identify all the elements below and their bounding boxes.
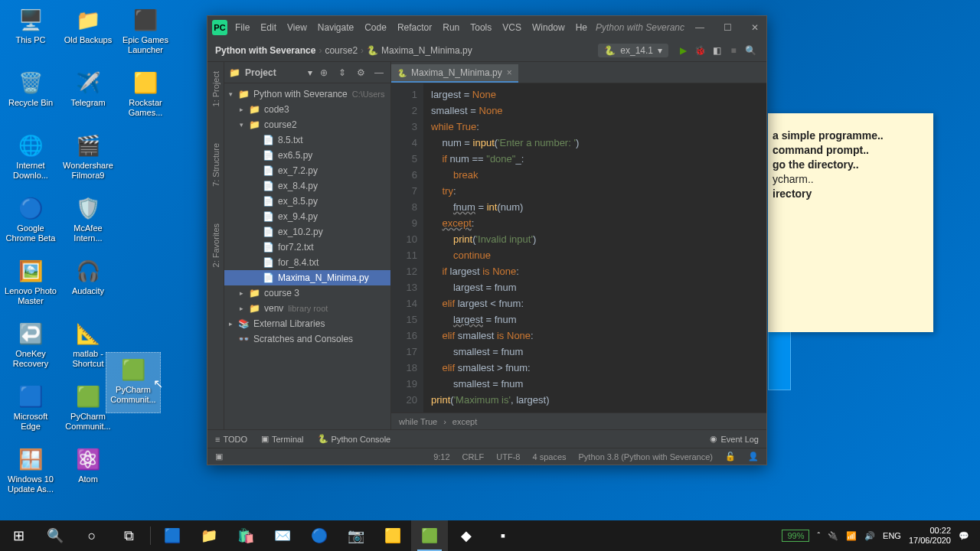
desktop-icon-dragging[interactable]: 🟩 PyCharm Communit... bbox=[106, 352, 161, 413]
taskbar-notes[interactable]: 🟨 bbox=[374, 520, 411, 551]
tray-language[interactable]: ENG bbox=[883, 531, 901, 540]
menu-window[interactable]: Window bbox=[532, 22, 565, 33]
tree-arrow-icon[interactable]: ▸ bbox=[229, 320, 238, 328]
tree-arrow-icon[interactable]: ▸ bbox=[240, 106, 249, 113]
todo-tool-button[interactable]: ≡ TODO bbox=[215, 435, 247, 444]
gear-icon[interactable]: ⚙ bbox=[354, 67, 368, 78]
code-editor[interactable]: 123456789101112131415161718192021 larges… bbox=[391, 83, 766, 412]
code-content[interactable]: largest = None smallest = None while Tru… bbox=[423, 83, 766, 412]
desktop-icon[interactable]: 🟨Rockstar Games... bbox=[118, 66, 173, 127]
taskbar-mail[interactable]: ✉️ bbox=[264, 520, 301, 551]
menu-he[interactable]: He bbox=[576, 22, 587, 33]
taskbar-explorer[interactable]: 📁 bbox=[191, 520, 227, 551]
desktop-icon[interactable]: ✈️Telegram bbox=[60, 66, 116, 127]
tree-arrow-icon[interactable]: ▾ bbox=[229, 90, 238, 98]
terminal-tool-button[interactable]: ▣ Terminal bbox=[261, 434, 304, 444]
titlebar[interactable]: PC FileEditViewNavigateCodeRefactorRunTo… bbox=[207, 16, 766, 39]
desktop-icon[interactable]: 🗑️Recycle Bin bbox=[3, 66, 58, 127]
tool-button-structure[interactable]: 7: Structure bbox=[211, 140, 220, 190]
tree-item[interactable]: 📄Maxima_N_Minima.py bbox=[224, 270, 390, 285]
search-everywhere-button[interactable]: 🔍 bbox=[742, 45, 759, 56]
desktop-icon[interactable]: 🪟Windows 10 Update As... bbox=[3, 442, 58, 504]
project-tree[interactable]: ▾📁Python with SeveranceC:\Users▸📁code3▾📁… bbox=[224, 83, 390, 429]
interpreter-label[interactable]: Python 3.8 (Python with Severance) bbox=[579, 452, 713, 461]
close-button[interactable]: ✕ bbox=[748, 21, 762, 34]
minimize-button[interactable]: — bbox=[693, 21, 707, 34]
menu-view[interactable]: View bbox=[287, 22, 307, 33]
menu-navigate[interactable]: Navigate bbox=[318, 22, 354, 33]
tree-item[interactable]: ▸📁course 3 bbox=[224, 285, 390, 301]
taskbar-clock[interactable]: 00:22 17/06/2020 bbox=[909, 526, 951, 546]
hide-icon[interactable]: — bbox=[372, 67, 386, 78]
tree-item[interactable]: 📄ex_9.4.py bbox=[224, 209, 390, 224]
desktop-icon[interactable]: 🔵Google Chrome Beta bbox=[3, 191, 58, 253]
desktop-icon[interactable]: ⬛Epic Games Launcher bbox=[118, 3, 173, 64]
battery-indicator[interactable]: 99% bbox=[782, 530, 809, 542]
tray-power-icon[interactable]: 🔌 bbox=[828, 531, 838, 541]
taskbar-edge[interactable]: 🟦 bbox=[154, 520, 191, 551]
indent-setting[interactable]: 4 spaces bbox=[532, 452, 566, 461]
locate-icon[interactable]: ⊕ bbox=[317, 67, 331, 78]
notifications-icon[interactable]: 💬 bbox=[959, 531, 969, 541]
status-toggle-icon[interactable]: ▣ bbox=[215, 452, 223, 461]
breadcrumb-item[interactable]: Python with Severance bbox=[215, 45, 315, 56]
cortana-button[interactable]: ○ bbox=[74, 520, 110, 551]
caret-position[interactable]: 9:12 bbox=[433, 452, 449, 461]
menu-edit[interactable]: Edit bbox=[260, 22, 276, 33]
tree-item[interactable]: 📄ex_8.4.py bbox=[224, 178, 390, 194]
close-tab-icon[interactable]: × bbox=[507, 67, 512, 78]
taskbar-terminal[interactable]: ▪ bbox=[485, 520, 521, 551]
taskbar-pycharm[interactable]: 🟩 bbox=[411, 520, 448, 551]
crumb-item[interactable]: while True bbox=[399, 417, 437, 426]
sticky-note[interactable]: a simple programme.. command prompt.. go… bbox=[768, 113, 933, 332]
run-button[interactable]: ▶ bbox=[675, 45, 691, 56]
chevron-down-icon[interactable]: ▾ bbox=[308, 67, 312, 78]
tree-item[interactable]: 📄ex_10.2.py bbox=[224, 224, 390, 240]
lock-icon[interactable]: 🔓 bbox=[725, 452, 736, 461]
taskbar-app[interactable]: ◆ bbox=[448, 520, 485, 551]
tree-item[interactable]: ▸📁code3 bbox=[224, 102, 390, 117]
task-view-button[interactable]: ⧉ bbox=[110, 520, 147, 551]
tree-item[interactable]: 📄8.5.txt bbox=[224, 132, 390, 148]
line-ending[interactable]: CRLF bbox=[462, 452, 485, 461]
file-encoding[interactable]: UTF-8 bbox=[496, 452, 520, 461]
desktop-icon[interactable]: ↩️OneKey Recovery bbox=[3, 317, 58, 378]
menu-tools[interactable]: Tools bbox=[470, 22, 492, 33]
desktop-icon[interactable]: 🛡️McAfee Intern... bbox=[60, 191, 116, 253]
tree-item[interactable]: ▸📚External Libraries bbox=[224, 316, 390, 331]
run-configuration-selector[interactable]: 🐍ex_14.1▾ bbox=[598, 44, 668, 57]
python-console-tool-button[interactable]: 🐍 Python Console bbox=[318, 434, 391, 444]
run-with-coverage-button[interactable]: ◧ bbox=[708, 45, 725, 56]
menu-file[interactable]: File bbox=[235, 22, 250, 33]
tree-item[interactable]: ▾📁Python with SeveranceC:\Users bbox=[224, 86, 390, 102]
crumb-item[interactable]: except bbox=[452, 417, 477, 426]
tray-network-icon[interactable]: 📶 bbox=[846, 531, 857, 541]
tree-arrow-icon[interactable]: ▾ bbox=[240, 121, 249, 129]
tree-item[interactable]: ▸📁venvlibrary root bbox=[224, 301, 390, 316]
breadcrumb-item[interactable]: Maxima_N_Minima.py bbox=[381, 45, 472, 56]
tree-item[interactable]: ▾📁course2 bbox=[224, 117, 390, 132]
tool-button-favorites[interactable]: 2: Favorites bbox=[211, 220, 220, 270]
desktop-icon[interactable]: 📁Old Backups bbox=[60, 3, 116, 64]
menu-code[interactable]: Code bbox=[364, 22, 387, 33]
breadcrumb[interactable]: Python with Severance › course2 › 🐍 Maxi… bbox=[215, 45, 598, 56]
tray-chevron-up-icon[interactable]: ˆ bbox=[817, 531, 820, 540]
debug-button[interactable]: 🐞 bbox=[691, 45, 708, 56]
desktop-icon[interactable]: 🎬Wondershare Filmora9 bbox=[60, 129, 116, 190]
start-button[interactable]: ⊞ bbox=[0, 520, 37, 551]
search-button[interactable]: 🔍 bbox=[37, 520, 74, 551]
menu-run[interactable]: Run bbox=[443, 22, 459, 33]
desktop-icon[interactable]: ⚛️Atom bbox=[60, 442, 116, 504]
desktop-icon[interactable]: 🖼️Lenovo Photo Master bbox=[3, 254, 58, 315]
desktop-icon[interactable]: 🖥️This PC bbox=[3, 3, 58, 64]
tree-item[interactable]: 📄for7.2.txt bbox=[224, 240, 390, 255]
tool-button-project[interactable]: 1: Project bbox=[211, 68, 220, 109]
desktop-icon[interactable]: 🌐Internet Downlo... bbox=[3, 129, 58, 190]
editor-breadcrumbs[interactable]: while True › except bbox=[391, 412, 766, 429]
tree-item[interactable]: 👓Scratches and Consoles bbox=[224, 331, 390, 347]
tree-arrow-icon[interactable]: ▸ bbox=[240, 305, 249, 312]
desktop-icon[interactable]: 🎧Audacity bbox=[60, 254, 116, 315]
desktop-icon[interactable]: 🟦Microsoft Edge bbox=[3, 380, 58, 441]
taskbar-chrome[interactable]: 🔵 bbox=[301, 520, 338, 551]
taskbar-camera[interactable]: 📷 bbox=[338, 520, 374, 551]
